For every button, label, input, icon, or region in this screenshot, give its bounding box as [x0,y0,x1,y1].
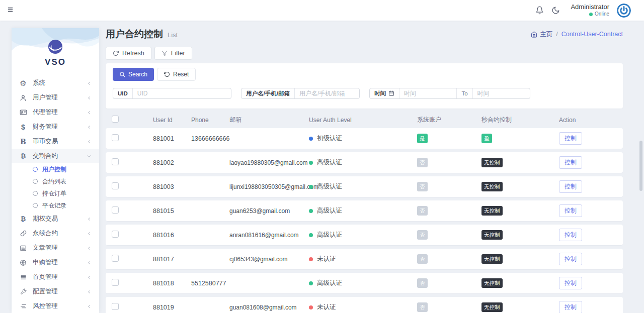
sidebar-item-delivery-contract[interactable]: ₿交割合约 [12,149,99,163]
auth-level-cell: 高级认证 [309,279,417,287]
sidebar-subitem-close-records[interactable]: 平仓记录 [12,199,99,212]
time-field-label-text: 时间 [374,90,386,97]
column-header: Action [559,117,623,124]
time-range-group: 时间 To [369,88,530,99]
notifications-button[interactable] [535,6,544,15]
select-all-checkbox[interactable] [112,116,119,123]
action-cell: 控制 [559,277,623,289]
auth-level-dot [309,233,313,237]
sidebar-item-agent-management[interactable]: 代理管理 [12,105,99,120]
list-icon [19,274,27,280]
contract-control-cell: 无控制 [481,182,559,191]
action-cell: 控制 [559,204,623,217]
refresh-icon [113,50,119,56]
contract-control-cell: 无控制 [481,206,559,215]
row-checkbox[interactable] [112,182,119,189]
email-cell: lijunxi198803050305@gmail.com [229,183,309,190]
sidebar-item-config-management[interactable]: 配置管理 [12,284,99,299]
search-icon [119,71,125,77]
auth-level-dot [309,137,313,141]
sidebar-subitem-user-control[interactable]: 用户控制 [12,163,99,175]
user-info: Administrator Online [571,3,609,18]
chevron-left-icon [87,125,92,130]
sidebar-item-label: 永续合约 [33,229,81,238]
sidebar-item-label: 期权交易 [33,215,81,223]
uid-field-group: UID [113,88,231,99]
row-checkbox[interactable] [112,279,119,286]
control-button[interactable]: 控制 [559,277,582,289]
sidebar-subitem-contract-list[interactable]: 合约列表 [12,175,99,187]
time-to-input[interactable] [473,88,530,98]
chevron-left-icon [87,304,92,309]
control-button[interactable]: 控制 [559,204,582,217]
sidebar: VSO ⚙系统用户管理代理管理$财务管理B币币交易₿交割合约用户控制合约列表持仓… [12,28,99,313]
avatar[interactable] [617,4,631,18]
time-from-input[interactable] [399,88,456,98]
sidebar-item-homepage-management[interactable]: 首页管理 [12,270,99,284]
bitcoin-icon: ₿ [19,153,27,159]
action-cell: 控制 [559,253,623,265]
sidebar-item-user-management[interactable]: 用户管理 [12,90,99,105]
sidebar-item-perpetual-contract[interactable]: 永续合约 [12,226,99,241]
row-checkbox[interactable] [112,255,119,262]
row-checkbox[interactable] [112,206,119,214]
bitcoin-b-icon: B [19,138,27,145]
action-cell: 控制 [559,229,623,241]
breadcrumb-home-link[interactable]: 主页 [531,30,552,39]
search-button[interactable]: Search [113,68,154,81]
sidebar-item-spot-trading[interactable]: B币币交易 [12,134,99,149]
system-account-badge: 否 [417,182,428,191]
sidebar-subitem-position-orders[interactable]: 持仓订单 [12,187,99,199]
auth-level-label: 初级认证 [317,134,342,143]
filter-button[interactable]: Filter [154,47,192,60]
logo[interactable]: VSO [12,28,99,67]
control-button[interactable]: 控制 [559,180,582,193]
system-account-cell: 否 [417,230,481,239]
contract-control-badge: 无控制 [481,182,503,191]
user-id-cell: 881002 [153,159,191,166]
auth-level-cell: 高级认证 [309,158,417,167]
scrollbar-thumb[interactable] [639,141,642,191]
sidebar-item-finance-management[interactable]: $财务管理 [12,120,99,134]
control-button[interactable]: 控制 [559,301,582,313]
control-button[interactable]: 控制 [559,229,582,241]
sidebar-item-label: 配置管理 [33,287,81,296]
row-checkbox[interactable] [112,158,119,165]
control-button[interactable]: 控制 [559,132,582,145]
sidebar-item-options-trading[interactable]: ₿期权交易 [12,212,99,226]
action-cell: 控制 [559,132,623,145]
uid-field-label: UID [113,88,133,98]
sidebar-menu: ⚙系统用户管理代理管理$财务管理B币币交易₿交割合约用户控制合约列表持仓订单平仓… [12,76,99,313]
online-status-dot [589,13,593,16]
contract-control-badge: 无控制 [481,278,503,287]
refresh-button[interactable]: Refresh [106,47,151,60]
system-account-badge: 是 [417,134,428,143]
user-field-label: 用户名/手机/邮箱 [242,88,295,98]
users-table: User IdPhone邮箱User Auth Level系统账户秒合约控制Ac… [106,112,623,313]
contract-control-badge: 盈 [481,134,492,143]
system-account-cell: 否 [417,182,481,191]
moon-icon [551,6,560,15]
breadcrumb-current[interactable]: Control-User-Contract [561,31,623,38]
row-checkbox[interactable] [112,231,119,238]
contract-control-cell: 无控制 [481,230,559,239]
reset-button[interactable]: Reset [157,68,196,81]
sidebar-subitem-label: 合约列表 [42,177,66,186]
reset-icon [164,71,170,77]
system-account-badge: 否 [417,278,428,287]
dark-mode-toggle[interactable] [551,6,560,15]
table-row: 881016anran081616@gmail.com高级认证否无控制控制 [106,225,623,245]
row-checkbox[interactable] [112,134,119,141]
sidebar-item-label: 交割合约 [33,152,81,160]
sidebar-item-system[interactable]: ⚙系统 [12,76,99,90]
menu-toggle-button[interactable] [5,4,17,17]
sidebar-item-subscription-management[interactable]: 申购管理 [12,255,99,270]
sidebar-item-risk-management[interactable]: 风控管理 [12,299,99,313]
row-checkbox[interactable] [112,303,119,310]
sidebar-item-article-management[interactable]: 文章管理 [12,241,99,255]
control-button[interactable]: 控制 [559,156,582,169]
uid-input[interactable] [133,88,231,98]
table-header-row: User IdPhone邮箱User Auth Level系统账户秒合约控制Ac… [106,112,623,128]
control-button[interactable]: 控制 [559,253,582,265]
user-input[interactable] [295,88,359,98]
